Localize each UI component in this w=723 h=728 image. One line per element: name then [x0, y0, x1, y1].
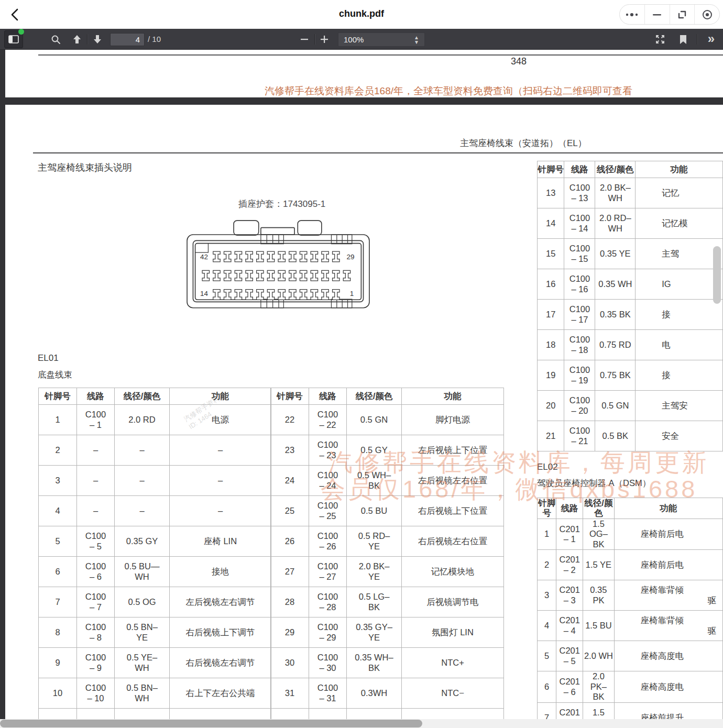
previous-page-button[interactable] [70, 32, 84, 46]
table-cell: 后视镜调节电 [402, 587, 504, 617]
screen: chunk.pdf [0, 0, 723, 728]
zoom-out-button[interactable] [297, 32, 312, 46]
table-cell: 0.35 GY–YE [347, 617, 402, 648]
el01-left-table: 针脚号线路线径/颜色功能1C100– 12.0 RD电源2–––3–––4–––… [38, 388, 271, 728]
table-cell: 0.5 BU—WH [115, 557, 170, 587]
table-cell: 30 [271, 648, 309, 678]
zoom-level-select[interactable]: 100% ▲▼ [338, 32, 425, 47]
table-cell: C201– 1 [556, 519, 583, 549]
table-cell: 0.3WH [347, 678, 402, 709]
table-cell: 4 [39, 496, 77, 526]
table-row: 17C100– 170.35 BK接 [538, 300, 723, 330]
table-cell: 2 [39, 435, 77, 466]
el02-table: 针脚号线路线径/颜色功能1C201– 11.5 OG–BK座椅前后电2C201–… [537, 498, 723, 728]
table-cell: C201– 5 [556, 641, 583, 671]
table-cell: – [170, 466, 271, 496]
table-cell: – [77, 496, 115, 526]
window-capsule [619, 4, 720, 25]
select-spinner-icon: ▲▼ [414, 35, 419, 45]
table-cell: 2.0 RD [115, 405, 170, 435]
table-cell: C100– 6 [77, 557, 115, 587]
table-cell: – [115, 496, 170, 526]
table-row: 29C100– 290.35 GY–YE氛围灯 LIN [271, 617, 504, 648]
el01-right-table: 针脚号线路线径/颜色功能13C100– 132.0 BK–WH记忆14C100–… [537, 161, 723, 451]
table-cell: 3 [39, 466, 77, 496]
table-row: 1C100– 12.0 RD电源 [39, 405, 271, 435]
zoom-in-button[interactable] [316, 32, 332, 46]
table-cell: 14 [538, 208, 564, 239]
table-cell: C100– 29 [309, 617, 347, 648]
table-cell: 0.75 BK [595, 360, 636, 391]
search-icon [51, 35, 61, 45]
table-cell: 右后视镜上下调节 [170, 617, 271, 648]
table-row: 31C100– 310.3WHNTC− [271, 678, 504, 709]
table-cell: C201– 4 [556, 611, 583, 641]
toolbar-overflow-button[interactable]: » [702, 31, 719, 47]
more-button[interactable] [620, 5, 644, 24]
record-button[interactable] [694, 5, 719, 24]
table-cell: 13 [538, 178, 564, 208]
table-cell: 1 [538, 519, 556, 549]
table-cell: 24 [271, 466, 309, 496]
table-cell: 0.5 WH–BK [347, 466, 402, 496]
column-header: 线径/颜色 [115, 388, 170, 405]
column-header: 线路 [564, 161, 595, 178]
table-cell: 接 [636, 300, 723, 330]
column-header: 针脚号 [271, 388, 309, 405]
table-cell: 0.5 BN–YE [115, 617, 170, 648]
table-cell: 0.5 YE–WH [115, 648, 170, 678]
table-cell: 右上下左右公共端 [170, 678, 271, 709]
table-row: 5C201– 52.0 WH座椅高度电 [538, 641, 723, 671]
table-cell: 0.35 PK [583, 580, 614, 611]
table-cell: 0.35 GY [115, 526, 170, 557]
table-cell: C100– 24 [309, 466, 347, 496]
table-cell: 22 [271, 405, 309, 435]
table-cell: 25 [271, 496, 309, 526]
table-cell: 0.5 GN [347, 405, 402, 435]
table-cell: 2.0 BK–YE [347, 557, 402, 587]
table-cell: 0.35 WH–BK [347, 648, 402, 678]
next-page-button[interactable] [91, 32, 104, 46]
table-row: 2C201– 21.5 YE座椅前后电 [538, 550, 723, 580]
table-header-row: 针脚号线路线径/颜色功能 [538, 498, 723, 519]
table-cell: – [170, 496, 271, 526]
pin-label-42: 42 [200, 253, 208, 261]
table-row: 4––– [39, 496, 271, 526]
table-cell: 31 [271, 678, 309, 709]
table-row: 5C100– 50.35 GY座椅 LIN [39, 526, 271, 557]
table-cell: 1.5 BU [583, 611, 614, 641]
table-cell: 0.5 BK [595, 421, 636, 451]
table-row: 18C100– 180.75 RD电 [538, 330, 723, 360]
column-header: 线径/颜色 [347, 388, 402, 405]
table-cell: 安全 [636, 421, 723, 451]
table-cell: C100– 19 [564, 360, 595, 391]
table-cell: C100– 10 [77, 678, 115, 709]
table-row: 9C100– 90.5 YE–WH右后视镜左右调节 [39, 648, 271, 678]
page-number-input[interactable] [110, 33, 145, 46]
bookmark-button[interactable] [677, 32, 689, 46]
table-cell: 2.0 BK–WH [595, 178, 636, 208]
table-cell: 右后视镜左右位置 [402, 526, 504, 557]
table-row: 3––– [39, 466, 271, 496]
sidebar-icon [8, 35, 19, 43]
restore-button[interactable] [670, 5, 695, 24]
table-cell: 4 [538, 611, 556, 641]
vertical-scrollbar-thumb[interactable] [713, 246, 721, 304]
horizontal-scrollbar-thumb[interactable] [0, 720, 422, 727]
sidebar-toggle-button[interactable] [4, 30, 23, 48]
table-cell: 7 [39, 587, 77, 617]
minimize-button[interactable] [644, 5, 670, 24]
table-row: 28C100– 280.5 LG–BK后视镜调节电 [271, 587, 504, 617]
table-cell: C201– 3 [556, 580, 583, 611]
search-button[interactable] [48, 33, 63, 46]
table-cell: 6 [39, 557, 77, 587]
table-cell: 18 [538, 330, 564, 360]
column-header: 线径/颜色 [595, 161, 636, 178]
table-cell: 15 [538, 239, 564, 269]
record-target-icon [702, 9, 713, 20]
presentation-mode-button[interactable] [653, 32, 667, 46]
table-cell: 20 [538, 391, 564, 421]
table-cell: C100– 17 [564, 300, 595, 330]
table-cell: 5 [39, 526, 77, 557]
table-cell: – [77, 435, 115, 466]
